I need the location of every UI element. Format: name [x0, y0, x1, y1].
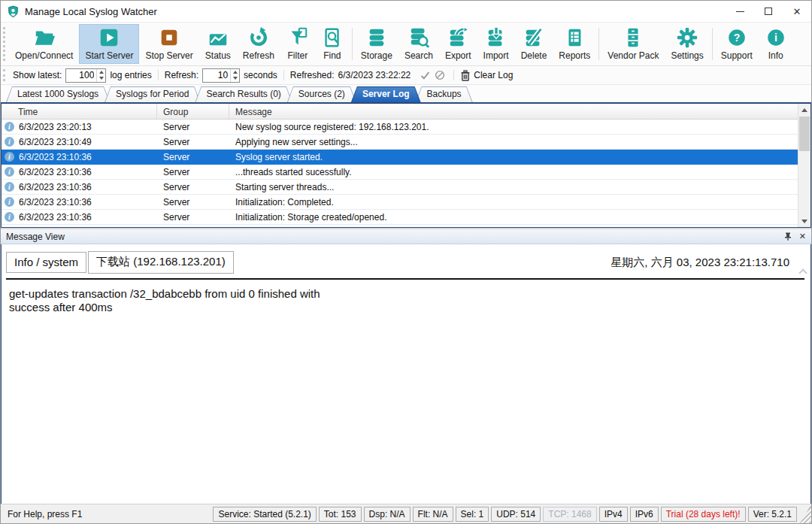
stop-icon [158, 26, 180, 49]
info-button[interactable]: i Info [759, 24, 793, 64]
maximize-icon [765, 8, 772, 15]
search-button[interactable]: Search [398, 24, 439, 64]
vendor-pack-button[interactable]: Vendor Pack [601, 24, 665, 64]
scrollbar-thumb[interactable] [799, 117, 810, 151]
message-timestamp: 星期六, 六月 03, 2023 23:21:13.710 [611, 256, 804, 270]
settings-button[interactable]: Settings [665, 24, 709, 64]
cell-time: 6/3/2023 23:20:13 [19, 122, 92, 132]
cell-message: Starting server threads... [229, 182, 810, 192]
refresh-icon [247, 26, 270, 49]
close-button[interactable]: ✕ [783, 1, 811, 22]
toolbar-button-label: Storage [361, 50, 392, 61]
message-view-close-icon[interactable]: ✕ [799, 232, 806, 241]
status-displayed: Dsp: N/A [364, 507, 411, 522]
column-header-message[interactable]: Message [229, 104, 810, 119]
tab-syslogs-for-period[interactable]: Syslogs for Period [105, 86, 200, 102]
status-filtered: Flt: N/A [413, 507, 453, 522]
seconds-label: seconds [244, 70, 277, 80]
import-button[interactable]: Import [477, 24, 515, 64]
table-row[interactable]: i6/3/2023 23:10:36 Server Starting serve… [2, 180, 810, 195]
tab-search-results[interactable]: Search Results (0) [195, 86, 292, 102]
toolbar-gripper[interactable] [3, 27, 8, 61]
scroll-down-button[interactable] [798, 215, 810, 227]
clear-log-button[interactable]: Clear Log [456, 68, 517, 83]
tab-latest-1000-syslogs[interactable]: Latest 1000 Syslogs [6, 86, 110, 102]
toolbar-button-label: Status [205, 50, 231, 61]
start-server-button[interactable]: Start Server [79, 24, 139, 64]
toolbar-separator [352, 28, 353, 60]
options-bar: Show latest: log entries Refresh: second… [1, 66, 811, 85]
cell-group: Server [157, 182, 229, 192]
spin-up-button[interactable] [97, 69, 105, 76]
gear-icon [676, 26, 698, 49]
find-button[interactable]: Find [315, 24, 350, 64]
toolbar-button-label: Export [445, 50, 471, 61]
report-document-icon [563, 26, 586, 49]
spin-down-button[interactable] [97, 75, 105, 82]
main-toolbar: Open/Connect Start Server Stop Server St… [1, 22, 811, 66]
minimize-button[interactable] [726, 1, 754, 22]
status-button[interactable]: Status [199, 24, 237, 64]
toolbar-button-label: Find [323, 50, 341, 61]
scroll-up-icon [801, 108, 807, 112]
resize-grip[interactable] [800, 504, 811, 523]
cell-group: Server [157, 197, 229, 207]
tab-server-log[interactable]: Server Log [351, 86, 421, 102]
table-row[interactable]: i6/3/2023 23:20:13 Server New syslog sou… [2, 120, 810, 135]
pin-icon[interactable] [784, 232, 792, 241]
status-total: Tot: 153 [319, 507, 362, 522]
toolbar-button-label: Settings [671, 50, 703, 61]
tab-label: Backups [416, 86, 473, 99]
tab-sources[interactable]: Sources (2) [287, 86, 356, 102]
table-row-selected[interactable]: i6/3/2023 23:10:36 Server Syslog server … [2, 150, 810, 165]
row-info-icon: i [5, 182, 14, 192]
status-udp-port: UDP: 514 [491, 507, 541, 522]
cabinet-icon [622, 26, 644, 49]
refresh-cancel-icon[interactable] [435, 70, 445, 80]
toolbar-button-label: Refresh [243, 50, 274, 61]
table-row[interactable]: i6/3/2023 23:10:36 Server Initialization… [2, 210, 810, 225]
open-connect-button[interactable]: Open/Connect [9, 24, 79, 64]
cell-time: 6/3/2023 23:10:36 [19, 182, 92, 192]
reports-button[interactable]: Reports [553, 24, 596, 64]
scroll-up-button[interactable] [798, 104, 810, 116]
storage-button[interactable]: Storage [355, 24, 398, 64]
support-button[interactable]: ? Support [715, 24, 759, 64]
refresh-ok-icon [420, 71, 430, 80]
maximize-button[interactable] [754, 1, 783, 22]
show-latest-stepper [65, 68, 106, 83]
table-row[interactable]: i6/3/2023 23:10:36 Server Initialization… [2, 195, 810, 210]
toolbar-button-label: Open/Connect [15, 50, 73, 61]
stop-server-button[interactable]: Stop Server [139, 24, 198, 64]
column-header-group[interactable]: Group [157, 104, 229, 119]
table-row[interactable]: i6/3/2023 23:10:49 Server Applying new s… [2, 135, 810, 150]
tab-label: Latest 1000 Syslogs [6, 86, 110, 99]
spin-down-icon [233, 77, 238, 80]
cell-group: Server [157, 152, 229, 162]
status-selected: Sel: 1 [456, 507, 489, 522]
column-header-time[interactable]: Time [2, 104, 157, 119]
delete-button[interactable]: Delete [515, 24, 553, 64]
find-magnifier-icon [321, 26, 344, 49]
options-separator [283, 70, 284, 80]
play-icon [98, 26, 120, 49]
table-row[interactable]: i6/3/2023 23:10:36 Server ...threads sta… [2, 165, 810, 180]
spin-up-button[interactable] [231, 69, 239, 76]
tab-backups[interactable]: Backups [416, 86, 473, 102]
severity-badge: Info / system [6, 252, 86, 273]
tab-label: Search Results (0) [195, 86, 292, 99]
refresh-spin-buttons [230, 69, 239, 82]
cell-group: Server [157, 137, 229, 147]
spin-down-button[interactable] [231, 75, 239, 82]
refresh-button[interactable]: Refresh [237, 24, 280, 64]
cell-message: ...threads started sucessfully. [229, 167, 810, 177]
message-view-title: Message View [6, 232, 65, 242]
row-info-icon: i [5, 197, 14, 207]
options-bar-gripper[interactable] [3, 69, 8, 81]
refresh-interval-label: Refresh: [165, 70, 198, 80]
filter-button[interactable]: Filter [280, 24, 315, 64]
row-info-icon: i [5, 212, 14, 222]
window-title: Manage Local Syslog Watcher [25, 6, 157, 17]
export-button[interactable]: Export [439, 24, 477, 64]
table-scrollbar[interactable] [798, 104, 810, 227]
